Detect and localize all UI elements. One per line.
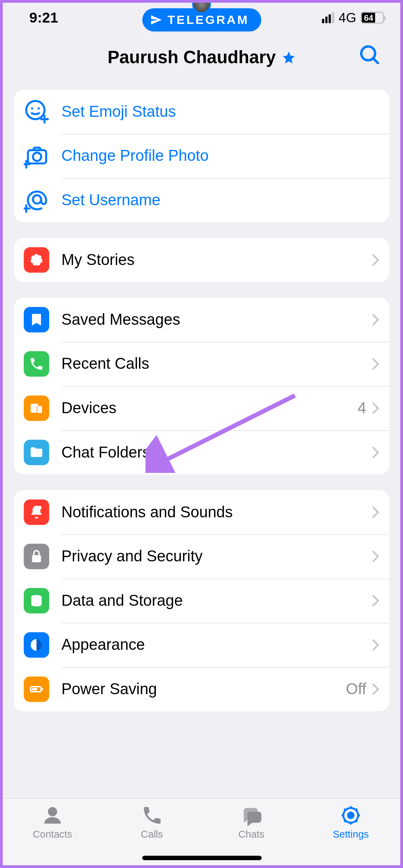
row-label: Power Saving <box>61 681 346 698</box>
battery-pct: 64 <box>364 13 373 23</box>
tab-contacts[interactable]: Contacts <box>3 804 102 865</box>
gear-icon <box>339 804 363 826</box>
contacts-icon <box>40 804 65 826</box>
chevron-right-icon <box>372 313 380 326</box>
row-label: Set Username <box>61 191 380 209</box>
row-label: Notifications and Sounds <box>61 503 372 521</box>
svg-point-2 <box>26 101 44 119</box>
chevron-right-icon <box>372 550 380 563</box>
pill-label: TELEGRAM <box>167 13 249 27</box>
row-label: Chat Folders <box>61 444 372 461</box>
chevron-right-icon <box>372 446 380 459</box>
row-chat-folders[interactable]: Chat Folders <box>14 430 389 475</box>
tab-label: Settings <box>333 829 369 840</box>
lock-icon <box>24 544 50 569</box>
send-icon <box>150 14 162 26</box>
section-chats: Saved Messages Recent Calls Devices 4 <box>14 297 389 474</box>
tab-label: Calls <box>141 829 163 840</box>
tab-settings[interactable]: Settings <box>301 804 400 865</box>
bookmark-icon <box>24 307 50 333</box>
battery-saving-icon <box>24 676 50 702</box>
tab-label: Contacts <box>33 829 72 840</box>
row-set-username[interactable]: Set Username <box>14 178 389 223</box>
chevron-right-icon <box>372 254 380 266</box>
row-value: 4 <box>358 400 366 417</box>
row-recent-calls[interactable]: Recent Calls <box>14 342 389 386</box>
chevron-right-icon <box>372 594 380 607</box>
row-label: My Stories <box>61 251 372 269</box>
appearance-icon <box>24 632 50 658</box>
chevron-right-icon <box>372 639 380 651</box>
row-label: Change Profile Photo <box>61 147 380 165</box>
row-label: Privacy and Security <box>61 548 372 565</box>
svg-rect-23 <box>32 688 37 691</box>
row-data-storage[interactable]: Data and Storage <box>14 578 389 623</box>
search-icon <box>359 44 381 66</box>
page-title: Paurush Chaudhary <box>108 47 276 68</box>
emoji-status-icon <box>24 98 51 125</box>
home-indicator[interactable] <box>142 856 261 860</box>
stories-icon <box>24 247 50 273</box>
svg-rect-22 <box>42 688 43 691</box>
svg-point-11 <box>33 195 41 204</box>
row-label: Set Emoji Status <box>61 103 380 121</box>
page-header: Paurush Chaudhary <box>3 32 400 89</box>
chevron-right-icon <box>372 402 380 415</box>
bell-icon <box>24 500 50 525</box>
tab-label: Chats <box>238 829 264 840</box>
svg-point-17 <box>38 506 42 509</box>
row-saved-messages[interactable]: Saved Messages <box>14 297 389 342</box>
row-label: Recent Calls <box>61 355 372 373</box>
network-label: 4G <box>338 10 356 25</box>
row-label: Appearance <box>61 636 372 654</box>
chevron-right-icon <box>372 506 380 518</box>
folder-icon <box>24 440 50 465</box>
database-icon <box>24 588 50 614</box>
svg-point-3 <box>31 107 33 109</box>
row-value: Off <box>346 681 366 698</box>
cellular-signal-icon <box>322 12 334 23</box>
row-label: Devices <box>61 400 358 417</box>
section-stories: My Stories <box>14 238 389 282</box>
section-profile-actions: Set Emoji Status Change Profile Photo Se… <box>14 89 389 222</box>
row-label: Saved Messages <box>61 311 372 328</box>
chevron-right-icon <box>372 683 380 696</box>
dynamic-island-pill[interactable]: TELEGRAM <box>142 8 261 31</box>
battery-icon: 64 <box>361 12 384 24</box>
row-privacy[interactable]: Privacy and Security <box>14 534 389 579</box>
row-devices[interactable]: Devices 4 <box>14 386 389 431</box>
at-icon <box>24 187 51 213</box>
section-settings: Notifications and Sounds Privacy and Sec… <box>14 490 389 711</box>
tab-bar: Contacts Calls Chats Settings <box>3 798 400 865</box>
devices-icon <box>24 395 50 421</box>
row-power-saving[interactable]: Power Saving Off <box>14 667 389 712</box>
camera-icon <box>24 143 51 169</box>
chats-icon <box>239 804 263 826</box>
premium-star-icon <box>281 50 296 65</box>
svg-rect-16 <box>37 406 42 414</box>
pill-avatar-icon <box>192 3 211 14</box>
phone-icon <box>24 351 50 377</box>
search-button[interactable] <box>359 44 381 66</box>
row-change-profile-photo[interactable]: Change Profile Photo <box>14 134 389 178</box>
row-set-emoji-status[interactable]: Set Emoji Status <box>14 89 389 134</box>
chevron-right-icon <box>372 358 380 370</box>
svg-rect-18 <box>32 555 41 562</box>
svg-point-27 <box>348 813 353 818</box>
svg-point-14 <box>31 255 42 265</box>
row-appearance[interactable]: Appearance <box>14 623 389 667</box>
svg-line-1 <box>373 58 378 63</box>
row-label: Data and Storage <box>61 592 372 610</box>
row-notifications[interactable]: Notifications and Sounds <box>14 490 389 534</box>
phone-icon <box>140 804 164 826</box>
svg-point-4 <box>38 107 40 109</box>
row-my-stories[interactable]: My Stories <box>14 238 389 282</box>
svg-point-25 <box>48 807 57 816</box>
svg-point-8 <box>33 153 41 161</box>
status-time: 9:21 <box>29 9 58 26</box>
